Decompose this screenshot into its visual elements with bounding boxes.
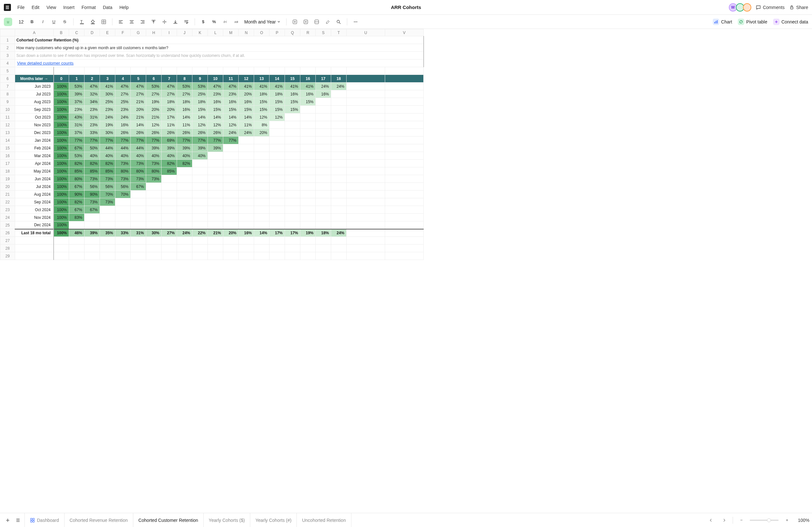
share-button[interactable]: Share: [789, 5, 808, 10]
svg-text:.00: .00: [234, 20, 238, 24]
menu-data[interactable]: Data: [103, 5, 113, 10]
bold-button[interactable]: B: [28, 17, 37, 26]
menu-view[interactable]: View: [47, 5, 56, 10]
svg-point-30: [337, 20, 339, 23]
app-logo[interactable]: [4, 4, 11, 11]
svg-rect-0: [6, 6, 9, 6]
topbar: File Edit View Insert Format Data Help A…: [0, 0, 812, 15]
menu-insert[interactable]: Insert: [63, 5, 74, 10]
lock-icon: [789, 5, 794, 10]
menu-file[interactable]: File: [17, 5, 25, 10]
document-title[interactable]: ARR Cohorts: [391, 4, 421, 10]
valign-top-button[interactable]: [149, 17, 158, 26]
cell-type-icon[interactable]: [4, 18, 12, 26]
svg-rect-2: [6, 8, 9, 9]
menu-help[interactable]: Help: [119, 5, 129, 10]
insert-plus-button[interactable]: [290, 17, 299, 26]
svg-point-5: [8, 21, 9, 22]
borders-button[interactable]: [99, 17, 108, 26]
svg-point-33: [355, 21, 356, 22]
presence-avatars[interactable]: W: [730, 3, 751, 12]
pivot-icon: [738, 19, 744, 25]
wrap-button[interactable]: [182, 17, 191, 26]
svg-line-31: [339, 23, 340, 24]
comments-button[interactable]: Comments: [756, 5, 785, 10]
valign-bottom-button[interactable]: [171, 17, 180, 26]
svg-point-34: [356, 21, 357, 22]
align-center-button[interactable]: [127, 17, 136, 26]
menu-bar: File Edit View Insert Format Data Help: [17, 5, 129, 10]
decimal-inc-button[interactable]: .00: [232, 17, 241, 26]
percent-button[interactable]: %: [210, 17, 219, 26]
currency-button[interactable]: $: [199, 17, 208, 26]
search-button[interactable]: [334, 17, 343, 26]
valign-middle-button[interactable]: [160, 17, 169, 26]
more-button[interactable]: [351, 17, 360, 26]
chart-icon: [713, 19, 719, 25]
svg-point-4: [7, 21, 8, 22]
merge-button[interactable]: [312, 17, 321, 26]
delete-x-button[interactable]: [301, 17, 310, 26]
svg-rect-3: [791, 7, 793, 9]
strike-button[interactable]: S: [60, 17, 69, 26]
menu-format[interactable]: Format: [82, 5, 96, 10]
svg-rect-35: [714, 22, 715, 24]
number-format-dropdown[interactable]: Month and Year: [243, 19, 282, 25]
toolbar: 12 B I U S T $ % .0 .00 Month and Year C…: [0, 15, 812, 29]
svg-rect-36: [716, 21, 716, 24]
fill-color-button[interactable]: [88, 17, 97, 26]
italic-button[interactable]: I: [39, 17, 47, 26]
erase-button[interactable]: [323, 17, 332, 26]
connect-icon: [773, 19, 780, 25]
chart-button[interactable]: Chart: [713, 19, 732, 25]
decimal-dec-button[interactable]: .0: [221, 17, 230, 26]
pivot-button[interactable]: Pivot table: [738, 19, 767, 25]
font-size[interactable]: 12: [17, 19, 26, 25]
svg-rect-1: [6, 7, 9, 8]
svg-rect-7: [80, 24, 84, 24]
comment-icon: [756, 5, 761, 10]
svg-text:T: T: [80, 19, 83, 24]
svg-point-32: [354, 21, 354, 22]
svg-rect-37: [717, 20, 717, 24]
text-color-button[interactable]: T: [77, 17, 86, 26]
svg-rect-8: [91, 24, 95, 24]
menu-edit[interactable]: Edit: [32, 5, 40, 10]
connect-button[interactable]: Connect data: [773, 19, 808, 25]
align-right-button[interactable]: [138, 17, 147, 26]
underline-button[interactable]: U: [49, 17, 58, 26]
chevron-down-icon: [277, 20, 280, 24]
align-left-button[interactable]: [116, 17, 125, 26]
avatar-3[interactable]: [743, 3, 751, 12]
svg-text:.0: .0: [223, 20, 226, 24]
